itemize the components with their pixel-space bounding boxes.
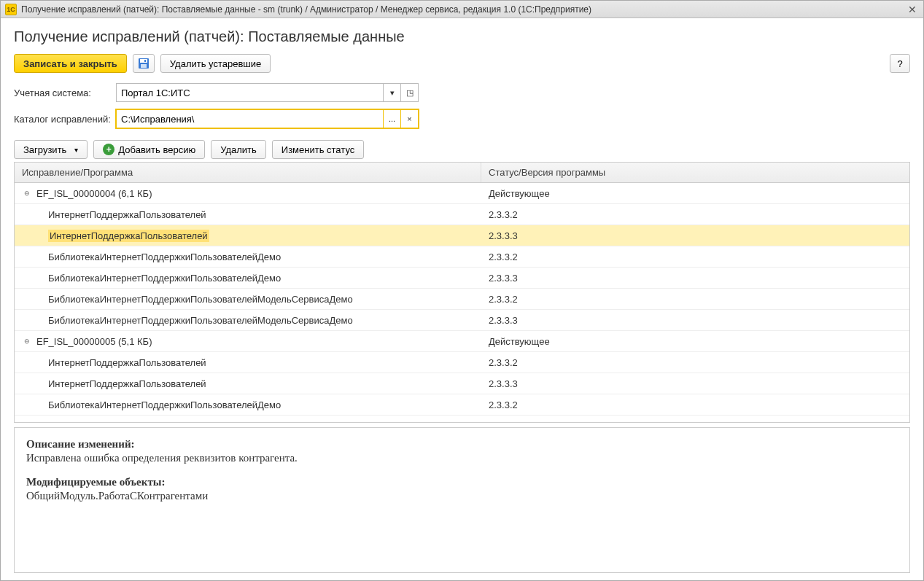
row-label: БиблиотекаИнтернетПоддержкиПользователей… [48, 273, 281, 284]
form-row-catalog: Каталог исправлений: ... × [14, 109, 910, 128]
table-row[interactable]: БиблиотекаИнтернетПоддержкиПользователей… [15, 246, 909, 268]
system-open-icon[interactable]: ◳ [401, 83, 419, 102]
row-label: ИнтернетПоддержкаПользователей [48, 209, 206, 220]
table-row-group[interactable]: ⊖EF_ISL_00000004 (6,1 КБ)Действующее [15, 183, 909, 204]
page-title: Получение исправлений (патчей): Поставля… [14, 28, 910, 45]
svg-rect-2 [141, 64, 147, 68]
row-label: БиблиотекаИнтернетПоддержкиПользователей… [48, 421, 281, 423]
objects-body: ОбщийМодуль.РаботаСКонтрагентами [26, 490, 898, 502]
row-value: 2.3.3.3 [481, 315, 909, 326]
system-input[interactable] [116, 83, 384, 102]
add-version-button[interactable]: + Добавить версию [93, 140, 205, 159]
app-logo-icon: 1C [5, 4, 17, 15]
catalog-clear-icon[interactable]: × [401, 109, 419, 128]
row-value: Действующее [481, 336, 909, 347]
change-status-button[interactable]: Изменить статус [272, 140, 364, 159]
grid-border [14, 422, 910, 423]
expander-icon[interactable]: ⊖ [22, 188, 32, 198]
svg-rect-3 [144, 60, 146, 62]
row-value: 2.3.3.2 [481, 399, 909, 410]
row-label: БиблиотекаИнтернетПоддержкиПользователей… [48, 251, 281, 262]
delete-button[interactable]: Удалить [211, 140, 266, 159]
row-label: ИнтернетПоддержкаПользователей [48, 378, 206, 389]
grid-header: Исправление/Программа Статус/Версия прог… [15, 163, 909, 183]
table-row[interactable]: ИнтернетПоддержкаПользователей2.3.3.2 [15, 204, 909, 225]
catalog-label: Каталог исправлений: [14, 114, 116, 125]
changes-body: Исправлена ошибка определения реквизитов… [26, 452, 898, 464]
toolbar-main: Записать и закрыть Удалить устаревшие ? [14, 54, 910, 73]
content-area: Получение исправлений (патчей): Поставля… [1, 18, 923, 580]
grid: Исправление/Программа Статус/Версия прог… [14, 162, 910, 422]
row-value: 2.3.3.3 [481, 273, 909, 284]
add-version-label: Добавить версию [118, 144, 195, 155]
table-row[interactable]: ИнтернетПоддержкаПользователей2.3.3.2 [15, 352, 909, 373]
close-icon[interactable]: ✕ [906, 3, 919, 16]
table-row[interactable]: БиблиотекаИнтернетПоддержкиПользователей… [15, 394, 909, 416]
row-value: 2.3.3.2 [481, 357, 909, 368]
row-label: EF_ISL_00000005 (5,1 КБ) [36, 336, 152, 347]
app-window: 1C Получение исправлений (патчей): Поста… [0, 0, 924, 581]
table-row[interactable]: БиблиотекаИнтернетПоддержкиПользователей… [15, 289, 909, 310]
plus-icon: + [103, 144, 114, 155]
changes-block: Описание изменений: Исправлена ошибка оп… [26, 438, 898, 464]
row-label: БиблиотекаИнтернетПоддержкиПользователей… [48, 294, 353, 305]
grid-header-col1[interactable]: Исправление/Программа [15, 163, 481, 182]
help-button[interactable]: ? [890, 54, 910, 73]
table-row[interactable]: БиблиотекаИнтернетПоддержкиПользователей… [15, 268, 909, 289]
window-title: Получение исправлений (патчей): Поставля… [21, 4, 906, 15]
system-label: Учетная система: [14, 87, 116, 98]
delete-old-button[interactable]: Удалить устаревшие [160, 54, 271, 73]
objects-title: Модифицируемые объекты: [26, 476, 898, 488]
changes-title: Описание изменений: [26, 438, 898, 451]
system-dropdown-icon[interactable]: ▾ [384, 83, 401, 102]
row-label: ИнтернетПоддержкаПользователей [48, 357, 206, 368]
row-label: EF_ISL_00000004 (6,1 КБ) [36, 188, 152, 199]
row-value: 2.3.3.3 [481, 421, 909, 423]
system-input-group: ▾ ◳ [116, 83, 419, 102]
row-label: БиблиотекаИнтернетПоддержкиПользователей… [48, 399, 281, 410]
catalog-browse-icon[interactable]: ... [384, 109, 401, 128]
details-panel[interactable]: Описание изменений: Исправлена ошибка оп… [14, 427, 910, 573]
row-label: ИнтернетПоддержкаПользователей [48, 230, 209, 242]
objects-block: Модифицируемые объекты: ОбщийМодуль.Рабо… [26, 476, 898, 502]
row-value: 2.3.3.3 [481, 378, 909, 389]
row-value: 2.3.3.2 [481, 251, 909, 262]
grid-body[interactable]: ⊖EF_ISL_00000004 (6,1 КБ)ДействующееИнте… [15, 183, 909, 422]
catalog-input-group: ... × [116, 109, 419, 128]
expander-icon[interactable]: ⊖ [22, 336, 32, 346]
row-value: Действующее [481, 188, 909, 199]
table-row[interactable]: ИнтернетПоддержкаПользователей2.3.3.3 [15, 225, 909, 246]
catalog-input[interactable] [116, 109, 384, 128]
save-button[interactable] [133, 54, 155, 73]
table-row[interactable]: БиблиотекаИнтернетПоддержкиПользователей… [15, 416, 909, 422]
form-row-system: Учетная система: ▾ ◳ [14, 83, 910, 102]
table-row[interactable]: БиблиотекаИнтернетПоддержкиПользователей… [15, 310, 909, 331]
row-value: 2.3.3.3 [481, 230, 909, 241]
table-row[interactable]: ИнтернетПоддержкаПользователей2.3.3.3 [15, 373, 909, 394]
row-value: 2.3.3.2 [481, 209, 909, 220]
row-value: 2.3.3.2 [481, 294, 909, 305]
table-row-group[interactable]: ⊖EF_ISL_00000005 (5,1 КБ)Действующее [15, 331, 909, 352]
grid-header-col2[interactable]: Статус/Версия программы [481, 163, 909, 182]
row-label: БиблиотекаИнтернетПоддержкиПользователей… [48, 315, 353, 326]
toolbar-sub: Загрузить + Добавить версию Удалить Изме… [14, 140, 910, 159]
titlebar: 1C Получение исправлений (патчей): Поста… [1, 1, 923, 18]
svg-rect-1 [140, 59, 147, 63]
floppy-icon [138, 58, 150, 69]
save-close-button[interactable]: Записать и закрыть [14, 54, 127, 73]
load-button[interactable]: Загрузить [14, 140, 88, 159]
